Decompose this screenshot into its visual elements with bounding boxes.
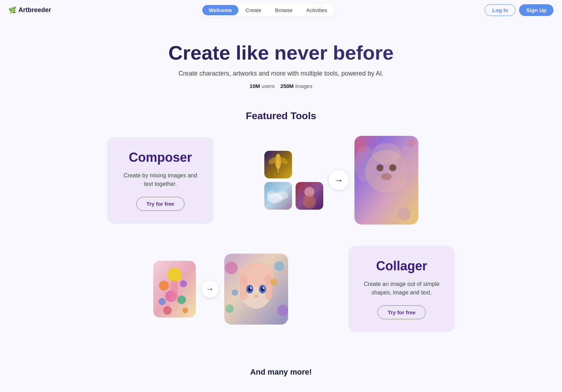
svg-point-31 — [163, 306, 172, 315]
collager-title: Collager — [376, 259, 427, 274]
svg-point-29 — [159, 298, 166, 305]
svg-point-24 — [167, 268, 182, 282]
svg-point-20 — [356, 141, 367, 152]
img-tile-top-left — [264, 151, 292, 178]
svg-point-21 — [407, 139, 415, 147]
navigation: 🌿 Artbreeder Welcome Create Browse Activ… — [0, 0, 562, 20]
hero-stats: 10M users 250M images — [7, 83, 555, 89]
hero-title: Create like never before — [7, 42, 555, 64]
composer-result-image — [354, 136, 418, 225]
svg-rect-37 — [265, 275, 272, 300]
logo[interactable]: 🌿 Artbreeder — [9, 6, 51, 14]
composer-row: Composer Create by mixing images and tex… — [107, 136, 455, 225]
svg-point-19 — [372, 143, 401, 164]
svg-point-42 — [250, 287, 252, 289]
fantasy-image — [296, 182, 323, 210]
img-tile-mid-left — [264, 182, 292, 210]
svg-point-15 — [389, 164, 396, 171]
svg-point-11 — [303, 194, 316, 209]
composer-try-button[interactable]: Try for free — [136, 197, 184, 211]
collager-output-svg — [224, 254, 288, 325]
svg-point-25 — [159, 281, 169, 291]
svg-point-48 — [225, 304, 234, 313]
clouds-image — [264, 182, 292, 210]
hero-subtitle: Create characters, artworks and more wit… — [7, 70, 555, 77]
svg-point-43 — [263, 287, 265, 289]
collager-output-image — [224, 254, 288, 325]
svg-point-50 — [232, 289, 238, 296]
featured-tools-section: Featured Tools Composer Create by mixing… — [86, 103, 476, 360]
collager-try-button[interactable]: Try for free — [378, 305, 426, 319]
svg-point-49 — [270, 278, 277, 286]
stat-users-count: 10M — [250, 83, 260, 89]
composer-card: Composer Create by mixing images and tex… — [107, 137, 214, 223]
svg-point-16 — [381, 173, 392, 180]
collager-visual: → — [107, 254, 334, 325]
hero-section: Create like never before Create characte… — [0, 20, 562, 103]
stat-users-label: users — [261, 83, 275, 89]
signup-button[interactable]: Sign Up — [519, 4, 553, 16]
collager-row: Collager Create an image out of simple s… — [107, 246, 455, 332]
tab-create[interactable]: Create — [239, 5, 268, 15]
nav-tabs: Welcome Create Browse Activities — [201, 4, 335, 17]
golden-wings-image — [264, 151, 292, 178]
img-tile-bottom-right — [296, 182, 323, 210]
svg-point-14 — [376, 164, 384, 171]
logo-icon: 🌿 — [9, 6, 16, 14]
svg-point-46 — [274, 261, 284, 271]
composer-arrow: → — [329, 170, 349, 190]
footer-teaser-text: And many more! — [250, 368, 312, 376]
collager-arrow: → — [202, 281, 219, 298]
composer-description: Create by mixing images and text togethe… — [119, 171, 202, 188]
composer-input-cluster — [264, 151, 323, 210]
footer-teaser: And many more! — [0, 360, 562, 391]
logo-text: Artbreeder — [18, 6, 51, 14]
collager-input-image — [153, 261, 196, 318]
auth-buttons: Log In Sign Up — [485, 4, 553, 16]
fluffy-dog-svg — [354, 136, 418, 225]
svg-point-8 — [266, 191, 276, 198]
collager-card: Collager Create an image out of simple s… — [348, 246, 455, 332]
svg-point-7 — [276, 191, 288, 200]
composer-title: Composer — [129, 150, 192, 165]
svg-rect-32 — [170, 280, 178, 302]
svg-point-44 — [254, 295, 258, 298]
stat-images-count: 250M — [280, 83, 294, 89]
featured-tools-title: Featured Tools — [107, 110, 455, 122]
svg-rect-36 — [240, 275, 247, 300]
tab-browse[interactable]: Browse — [269, 5, 299, 15]
svg-point-45 — [225, 261, 238, 274]
collager-description: Create an image out of simple shapes, im… — [360, 280, 443, 297]
collager-input-svg — [153, 261, 196, 318]
tab-welcome[interactable]: Welcome — [202, 5, 238, 15]
composer-visual: → — [228, 136, 455, 225]
tab-activities[interactable]: Activities — [300, 5, 334, 15]
svg-point-30 — [182, 308, 188, 313]
stat-images-label: images — [295, 83, 312, 89]
svg-point-28 — [177, 296, 186, 304]
svg-point-26 — [180, 280, 187, 287]
svg-point-22 — [398, 208, 411, 220]
svg-point-47 — [277, 305, 288, 316]
login-button[interactable]: Log In — [485, 4, 516, 16]
